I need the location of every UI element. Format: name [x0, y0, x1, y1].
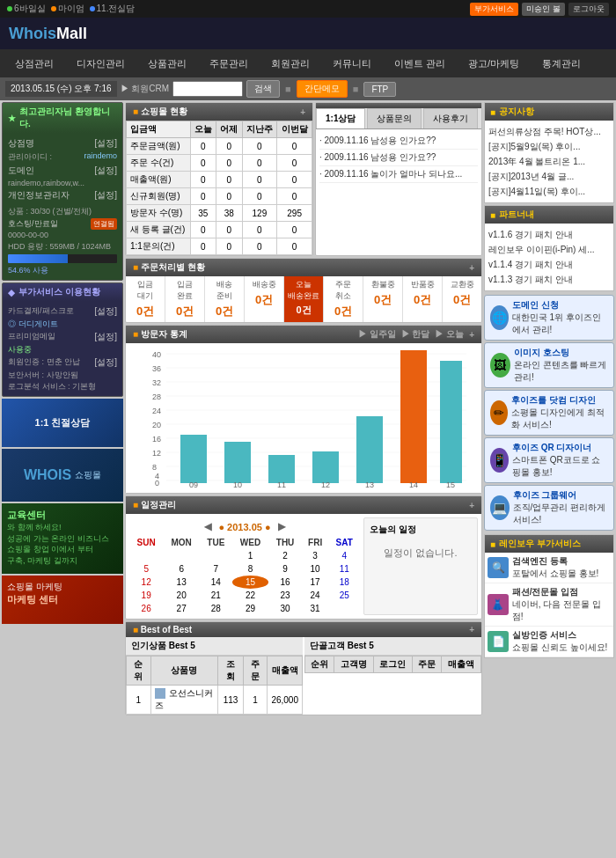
month-nav[interactable]: ▶ 한달 [401, 328, 430, 341]
shop-status-plus[interactable]: + [300, 107, 305, 117]
partner-icon: ■ [490, 210, 495, 220]
step-refund[interactable]: 환불중 0건 [363, 276, 403, 322]
nav-product[interactable]: 상품관리 [137, 52, 197, 76]
dow-tue: TUE [200, 536, 232, 549]
crm-search-input[interactable] [172, 81, 243, 97]
list-item[interactable]: 2013年 4월 볼트리온 1... [488, 154, 610, 169]
step-shipping[interactable]: 배송중 0건 [245, 276, 284, 322]
partner-panel: ■ 파트너내 v1.1.6 경기 패치 안내 레인보우 이이핀(i-Pin) 세… [484, 205, 614, 291]
promo-groupware[interactable]: 💻 후이즈 그룹웨어 조직/업무관리 편리하게 서비스! [484, 485, 614, 531]
step-return[interactable]: 반품중 0건 [403, 276, 443, 322]
list-item[interactable]: [공지]2013년 4월 글... [488, 169, 610, 184]
unsettled-btn[interactable]: 미승인 볼 [522, 3, 565, 16]
email-set[interactable]: [설정] [94, 331, 117, 343]
stats-plus[interactable]: + [469, 330, 474, 340]
list-item[interactable]: [공지]4월11일(목) 후이... [488, 184, 610, 199]
consult-banner[interactable]: 1:1 친절상담 [2, 399, 123, 447]
nav-order[interactable]: 주문관리 [199, 52, 259, 76]
list-item[interactable]: v1.1.6 경기 패치 안내 [488, 227, 610, 242]
header: WhoisMall [0, 18, 616, 49]
chart-container: 40 36 32 28 24 20 16 12 8 4 0 [126, 343, 481, 493]
promo-image-hosting[interactable]: 🖼 이미지 호스팅 온라인 콘텐츠를 빠르게 관리! [484, 342, 614, 388]
promo-domain[interactable]: 🌐 도메인 신청 대한민국 1위 후이즈인에서 관리! [484, 295, 614, 341]
calendar-plus[interactable]: + [469, 501, 474, 510]
svg-text:12: 12 [152, 449, 161, 458]
svg-text:0: 0 [155, 479, 159, 488]
welcome-body: 상점명 [설정] 관리아이디 : raindemo 도메인 [설정] raind… [3, 133, 122, 280]
list-item[interactable]: v1.1.3 경기 패치 안내 [488, 272, 610, 287]
service-search-engine[interactable]: 🔍 검색엔진 등록 포탈에서 쇼핑몰 홍보! [485, 553, 613, 583]
card-set[interactable]: [설정] [94, 305, 117, 318]
logout-btn[interactable]: 로그아웃 [568, 3, 609, 16]
nav-design[interactable]: 디자인관리 [66, 52, 136, 76]
tab-review[interactable]: 사용후기 [423, 108, 478, 128]
nav-member[interactable]: 회원관리 [260, 52, 320, 76]
inquiry-list: · 2009.11.16 남성용 인가요?? · 2009.11.16 남성용 … [316, 129, 481, 187]
list-item[interactable]: v1.1.4 경기 패치 안내 [488, 257, 610, 272]
table-row: 새 등록 글(건) 0000 [127, 222, 312, 238]
extra-service-btn[interactable]: 부가서비스 [470, 3, 518, 16]
marketing-banner[interactable]: 쇼핑몰 마케팅 마케팅 센터 [2, 576, 123, 624]
nav-event[interactable]: 이벤트 관리 [384, 52, 456, 76]
promo-design[interactable]: ✏ 후이즈를 닷컴 디자인 소평몰 디자인에게 최적화 서비스! [484, 390, 614, 436]
table-row: 주문금액(원) 0000 [127, 138, 312, 155]
bar-10 [224, 442, 251, 483]
step-cancel[interactable]: 주문취소 0건 [324, 276, 363, 322]
privacy-set[interactable]: [설정] [94, 189, 117, 202]
step-delivered-today[interactable]: 오늘배송완료 0건 [284, 276, 324, 322]
search-button[interactable]: 검색 [246, 80, 280, 98]
list-item[interactable]: 레인보우 이이핀(i-Pin) 세... [488, 242, 610, 257]
step-waiting[interactable]: 입금대기 0건 [126, 276, 165, 322]
left-sidebar: ★ 최고관리자님 환영합니다. 상점명 [설정] 관리아이디 : raindem… [2, 102, 123, 858]
nav-community[interactable]: 커뮤니티 [322, 52, 382, 76]
calendar-table: SUN MON TUE WED THU FRI SAT [129, 536, 360, 615]
nav-ad[interactable]: 광고/마케팅 [458, 52, 530, 76]
cal-next[interactable]: ▶ [278, 521, 285, 532]
list-item[interactable]: [공지]5월9일(목) 후이... [488, 139, 610, 154]
svg-text:28: 28 [152, 392, 161, 401]
popular-products: 인기상품 Best 5 순위 상품명 조회 주문 매출액 [126, 637, 303, 715]
nav-shop[interactable]: 상점관리 [4, 52, 64, 76]
member-auth-set[interactable]: [설정] [94, 356, 117, 369]
edu-banner[interactable]: 교육센터 와 함께 하세요!성공에 가는 온라인 비즈니스쇼핑몰 창업 이에서 … [2, 503, 123, 574]
nav-stats[interactable]: 통계관리 [532, 52, 591, 76]
svg-text:40: 40 [152, 350, 161, 359]
col-rank: 순위 [127, 656, 151, 686]
calendar-panel: ■ 일정관리 + ◀ ● 2013.05 ● ▶ SUN MON [125, 495, 482, 620]
domain-set[interactable]: [설정] [94, 165, 117, 177]
tab-inquiry[interactable]: 1:1상담 [316, 108, 365, 128]
service-fashion-mall[interactable]: 👗 패션/전문몰 입점 네이버, 다음 전문몰 입점! [485, 583, 613, 627]
today-cell[interactable]: 15 [232, 576, 269, 589]
shop-name-set[interactable]: [설정] [94, 137, 117, 150]
ftp-btn[interactable]: FTP [363, 82, 396, 97]
quick-memo-btn[interactable]: 간단메모 [297, 80, 348, 98]
service-real-name[interactable]: 📄 실방인증 서비스 쇼핑몰 신뢰도 높이세요! [485, 627, 613, 657]
center-content: ■ 쇼핑몰 현황 + 입금액 오늘 어제 지난주 이번달 [125, 102, 482, 858]
step-preparing[interactable]: 배송준비 0건 [205, 276, 245, 322]
list-item[interactable]: · 2009.11.16 남성용 인가요?? [319, 133, 478, 150]
dow-wed: WED [232, 536, 269, 549]
best-plus[interactable]: + [469, 625, 474, 634]
col-login: 로그인 [373, 656, 413, 673]
week-nav[interactable]: ▶ 일주일 [358, 328, 396, 341]
email-row: 프리미엄메일 [설정] [8, 330, 117, 344]
ip-display: 0000-00-00 [8, 231, 117, 239]
whois-banner[interactable]: WHOIS 쇼핑몰 [2, 449, 123, 502]
today-nav[interactable]: ▶ 오늘 [435, 328, 464, 341]
step-exchange[interactable]: 교환중 0건 [443, 276, 481, 322]
cal-prev[interactable]: ◀ [204, 521, 211, 532]
list-item[interactable]: 퍼선의류상점 주목! HOT상... [488, 124, 610, 139]
shop-name-row: 상점명 [설정] [8, 136, 117, 150]
table-row: 주문 수(건) 0000 [127, 155, 312, 172]
dow-sun: SUN [129, 536, 163, 549]
promo-qr[interactable]: 📱 후이즈 QR 디자이너 스마트폰 QR코드로 쇼핑몰 홍보! [484, 437, 614, 483]
list-item[interactable]: · 2009.11.16 남성용 인가요?? [319, 150, 478, 166]
svg-text:24: 24 [152, 407, 161, 415]
list-item[interactable]: · 2009.11.16 놀이가 얼마나 되나요... [319, 166, 478, 183]
stats-icon: ■ [133, 329, 138, 339]
visitor-chart: 40 36 32 28 24 20 16 12 8 4 0 [129, 347, 478, 488]
tab-product-inquiry[interactable]: 상품문의 [367, 108, 422, 128]
svg-text:13: 13 [365, 480, 374, 488]
order-process-plus[interactable]: + [469, 263, 474, 273]
step-paid[interactable]: 입금완료 0건 [165, 276, 205, 322]
